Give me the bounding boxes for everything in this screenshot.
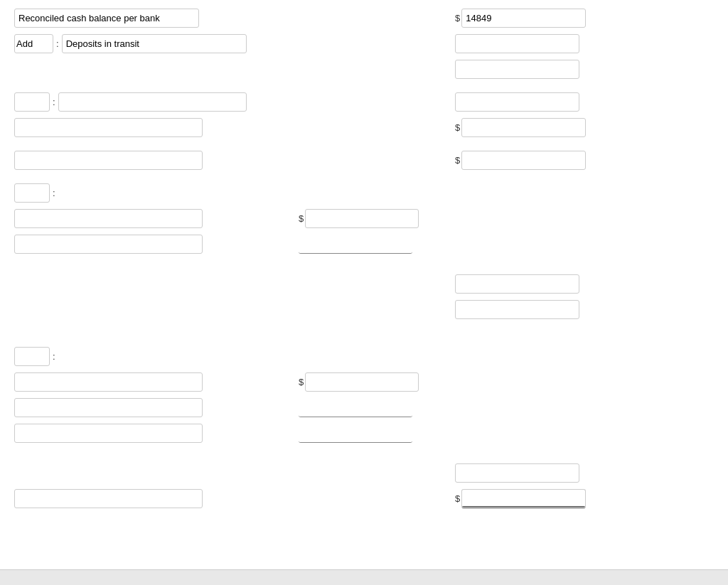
left-mid-1 xyxy=(14,209,299,228)
sm-select-1[interactable] xyxy=(14,92,50,112)
right-full-1: $ xyxy=(455,118,597,137)
full-select-input-1[interactable] xyxy=(461,118,586,137)
mid-col-full-6 xyxy=(299,424,455,443)
full-select-final[interactable] xyxy=(14,489,203,508)
full-select-wrapper-4[interactable] xyxy=(14,235,203,254)
spacer-8 xyxy=(14,513,714,520)
mid-input-3[interactable] xyxy=(305,372,419,392)
main-select-wrapper-1[interactable] xyxy=(58,92,247,112)
add-select-wrapper[interactable]: Add xyxy=(14,34,53,53)
full-select-4[interactable] xyxy=(14,235,203,254)
sm-select-wrapper-1[interactable] xyxy=(14,92,50,112)
main-select-1[interactable] xyxy=(58,92,247,112)
left-sm-1: : xyxy=(14,92,299,112)
right-blank-input-2[interactable] xyxy=(455,274,579,294)
mid-col-full-3 xyxy=(299,235,455,254)
full-select-3[interactable] xyxy=(14,209,203,228)
colon-2: : xyxy=(53,97,55,107)
mid-dollar-2: $ xyxy=(299,372,455,392)
full-select-wrapper-3[interactable] xyxy=(14,209,203,228)
dollar-sign-2: $ xyxy=(455,122,460,133)
full-select-5[interactable] xyxy=(14,372,203,392)
left-sm-3: : xyxy=(14,347,299,366)
dollar-sign-mid-1: $ xyxy=(299,213,304,224)
full-select-input-2[interactable] xyxy=(461,151,586,170)
row-full-select-5 xyxy=(14,397,714,418)
right-blank-2 xyxy=(455,274,597,294)
spacer-5 xyxy=(14,266,714,273)
colon-3: : xyxy=(53,188,55,198)
full-select-wrapper-5[interactable] xyxy=(14,372,203,392)
deposits-value-1[interactable] xyxy=(455,34,579,53)
row-full-select-2: $ xyxy=(14,149,714,171)
mid-input-2[interactable] xyxy=(299,235,412,254)
right-full-2: $ xyxy=(455,151,597,170)
right-blank-input-3[interactable] xyxy=(455,300,579,319)
row-full-select-1: $ xyxy=(14,117,714,138)
full-select-wrapper-2[interactable] xyxy=(14,151,203,170)
right-col-2 xyxy=(455,34,597,53)
spacer-1 xyxy=(14,84,714,91)
row-mid-dollar-2: $ xyxy=(14,371,714,392)
full-select-2[interactable] xyxy=(14,151,203,170)
mid-input-4[interactable] xyxy=(299,398,412,417)
balance-type-wrapper[interactable]: Reconciled cash balance per bank xyxy=(14,9,199,28)
right-blank-4 xyxy=(455,463,597,483)
colon-4: : xyxy=(53,351,55,362)
full-select-wrapper-7[interactable] xyxy=(14,424,203,443)
sm-select-wrapper-3[interactable] xyxy=(14,347,50,366)
balance-value-input[interactable] xyxy=(461,9,586,28)
full-select-wrapper-6[interactable] xyxy=(14,398,203,417)
dollar-sign-final: $ xyxy=(455,493,460,504)
mid-input-5[interactable] xyxy=(299,424,412,443)
row-mid-dollar-1: $ xyxy=(14,208,714,229)
right-sm-1 xyxy=(455,92,597,112)
left-col-1: Reconciled cash balance per bank xyxy=(14,9,299,28)
left-full-3 xyxy=(14,235,299,254)
balance-type-select[interactable]: Reconciled cash balance per bank xyxy=(14,9,199,28)
sm-select-wrapper-2[interactable] xyxy=(14,183,50,203)
dollar-sign-mid-2: $ xyxy=(299,377,304,387)
left-full-6 xyxy=(14,424,299,443)
spacer-7 xyxy=(14,455,714,462)
mid-input-1[interactable] xyxy=(305,209,419,228)
spacer-2 xyxy=(14,142,714,149)
row-full-select-3 xyxy=(14,233,714,254)
blank-input-1[interactable] xyxy=(455,60,579,79)
row-full-select-final: $ xyxy=(14,488,714,509)
spacer-lg-1 xyxy=(14,324,714,345)
left-full-final xyxy=(14,489,299,508)
left-mid-2 xyxy=(14,372,299,392)
bottom-bar xyxy=(0,569,728,585)
row-sm-select-1: : xyxy=(14,91,714,112)
add-select[interactable]: Add xyxy=(14,34,53,53)
right-col-1: $ xyxy=(455,9,597,28)
row-right-blank-3 xyxy=(14,299,714,320)
sm-select-2[interactable] xyxy=(14,183,50,203)
row-right-blank-2 xyxy=(14,273,714,294)
dollar-sign-3: $ xyxy=(455,155,460,166)
deposits-select-wrapper[interactable]: Deposits in transit xyxy=(62,34,247,53)
right-blank-input-4[interactable] xyxy=(455,463,579,483)
full-select-wrapper-1[interactable] xyxy=(14,118,203,137)
full-select-6[interactable] xyxy=(14,398,203,417)
sm-select-3[interactable] xyxy=(14,347,50,366)
row-sm-select-3: : xyxy=(14,345,714,367)
full-select-wrapper-final[interactable] xyxy=(14,489,203,508)
spacer-6 xyxy=(14,448,714,455)
left-sm-2: : xyxy=(14,183,299,203)
full-select-1[interactable] xyxy=(14,118,203,137)
row-reconciled-balance: Reconciled cash balance per bank $ xyxy=(14,7,714,28)
mid-col-full-5 xyxy=(299,398,455,417)
row-blank-1 xyxy=(14,58,714,80)
deposits-select[interactable]: Deposits in transit xyxy=(62,34,247,53)
colon-1: : xyxy=(56,38,59,49)
mid-dollar-1: $ xyxy=(299,209,455,228)
sm-select-input-1[interactable] xyxy=(455,92,579,112)
left-full-2 xyxy=(14,151,299,170)
final-input[interactable] xyxy=(461,489,586,508)
row-right-blank-4 xyxy=(14,462,714,483)
right-blank-1 xyxy=(455,60,597,79)
dollar-sign-1: $ xyxy=(455,13,460,23)
full-select-7[interactable] xyxy=(14,424,203,443)
